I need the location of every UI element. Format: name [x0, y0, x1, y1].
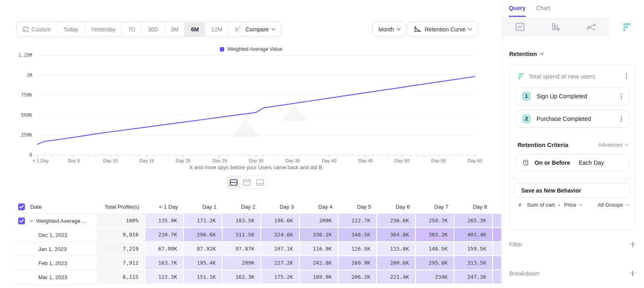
cell-day-value[interactable]: 126.5K [339, 242, 377, 256]
cell-day-value[interactable]: 242.8K [300, 256, 339, 270]
tab-retention[interactable] [609, 18, 644, 36]
measure-dropdown[interactable]: Sum of cart ▸ Price [527, 202, 598, 208]
cell-day-value[interactable]: 209K [300, 214, 339, 228]
cell-day-value[interactable]: 265.3K [454, 214, 493, 228]
cell-day-value[interactable]: 221.4K [377, 270, 416, 284]
cell-total-profiles[interactable]: 9,916 [97, 228, 145, 242]
table-header-day-3[interactable]: Day 3 [261, 200, 300, 214]
cell-day-value[interactable]: 383.2K [416, 228, 454, 242]
cell-day-value[interactable]: 348.5K [339, 228, 377, 242]
add-filter-button[interactable] [630, 242, 636, 247]
expand-row-chevron-icon[interactable] [30, 218, 33, 222]
cell-day-value[interactable]: 195.4K [184, 256, 223, 270]
table-header-day-7[interactable]: Day 7 [416, 200, 454, 214]
cell-day-value[interactable]: 260.9K [339, 256, 377, 270]
report-type-dropdown[interactable]: Retention [509, 50, 543, 57]
tab-flows[interactable] [574, 18, 609, 36]
cell-day-value[interactable]: 97.87K [223, 242, 261, 256]
cell-day-value[interactable]: 234K [416, 270, 454, 284]
cell-day-value[interactable]: 311.5K [223, 228, 261, 242]
cell-day-value[interactable]: 87.92K [184, 242, 223, 256]
table-row-date[interactable]: Jan 1, 2023 [12, 242, 97, 256]
table-header--1-day[interactable]: < 1 Day [145, 200, 184, 214]
split-view-button[interactable] [227, 176, 240, 189]
cell-day-value[interactable]: 280.6K [377, 256, 416, 270]
cell-day-value[interactable]: 295.8K [416, 256, 454, 270]
cell-day-value[interactable]: 227.2K [261, 256, 300, 270]
cell-day-value[interactable]: 296.6K [184, 228, 223, 242]
all-groups-dropdown[interactable]: All Groups [598, 202, 629, 208]
cell-total-profiles[interactable]: 100% [97, 214, 145, 228]
cell-day-value[interactable]: 67.99K [145, 242, 184, 256]
table-header-day-8[interactable]: Day 8 [454, 200, 493, 214]
cell-total-profiles[interactable]: 8,115 [97, 270, 145, 284]
cell-day9-sliver [493, 214, 501, 228]
behavior-step-2[interactable]: 2Purchase Completed [516, 110, 629, 128]
cell-day-value[interactable]: 324.6K [261, 228, 300, 242]
table-header-day-5[interactable]: Day 5 [339, 200, 377, 214]
cell-day-value[interactable]: 135.9K [145, 214, 184, 228]
cell-day-value[interactable]: 250.7K [416, 214, 454, 228]
cell-day-value[interactable]: 206.2K [339, 270, 377, 284]
cell-day-value[interactable]: 209K [223, 256, 261, 270]
cell-day-value[interactable]: 189.9K [300, 270, 339, 284]
cell-day-value[interactable]: 133.8K [377, 242, 416, 256]
retention-curve-chart[interactable]: 0250K500K750K1M1.25M< 1 DayDay 5Day 10Da… [0, 0, 502, 185]
cell-day-value[interactable]: 230.7K [145, 228, 184, 242]
table-header-day-6[interactable]: Day 6 [377, 200, 416, 214]
table-header-day-1[interactable]: Day 1 [184, 200, 223, 214]
table-header-total-profile-s-[interactable]: Total Profile(s) [97, 200, 145, 214]
cell-day-value[interactable]: 175.2K [261, 270, 300, 284]
cell-total-profiles[interactable]: 7,912 [97, 256, 145, 270]
cell-day-value[interactable]: 247.3K [454, 270, 493, 284]
cell-day-value[interactable]: 116.9K [300, 242, 339, 256]
chart-view-button[interactable] [240, 176, 254, 189]
cell-day-value[interactable]: 171.2K [184, 214, 223, 228]
table-row-date[interactable]: Feb 1, 2023 [12, 256, 97, 270]
kebab-menu-icon[interactable] [618, 92, 624, 100]
cell-day-value[interactable]: 401.4K [454, 228, 493, 242]
cell-day-value[interactable]: 183.5K [223, 214, 261, 228]
table-view-button[interactable] [254, 176, 267, 189]
add-breakdown-button[interactable] [630, 271, 636, 276]
table-header-day-2[interactable]: Day 2 [223, 200, 261, 214]
cell-day-value[interactable]: 364.8K [377, 228, 416, 242]
cell-day-value[interactable]: 313.5K [454, 256, 493, 270]
advanced-dropdown[interactable]: Advanced [598, 142, 628, 148]
y-axis-tick-label: 750K [21, 92, 32, 98]
row-checkbox[interactable] [18, 218, 25, 224]
behavior-name[interactable]: Total spend of new users [528, 73, 619, 80]
kebab-menu-icon[interactable] [618, 115, 624, 123]
table-header-day-4[interactable]: Day 4 [300, 200, 339, 214]
criteria-operator[interactable]: On or Before [535, 160, 570, 166]
cell-day-value[interactable]: 107.1K [261, 242, 300, 256]
criteria-value[interactable]: Each Day [579, 160, 604, 166]
cell-day-value[interactable]: 122.3K [145, 270, 184, 284]
cell-day-value[interactable]: 151.1K [184, 270, 223, 284]
tab-insights[interactable] [502, 18, 538, 36]
criteria-card[interactable]: On or Before Each Day [516, 154, 629, 171]
cell-day-value[interactable]: 162.3K [223, 270, 261, 284]
cell-total-profiles[interactable]: 7,219 [97, 242, 145, 256]
tab-chart[interactable]: Chart [536, 5, 550, 17]
save-as-new-behavior-button[interactable]: Save as New Behavior [514, 183, 630, 197]
caret-right-icon: ▸ [558, 203, 560, 207]
cell-day-value[interactable]: 222.7K [339, 214, 377, 228]
cell-day-value[interactable]: 159.5K [454, 242, 493, 256]
kebab-menu-icon[interactable] [623, 72, 630, 80]
cell-day-value[interactable]: 163.7K [145, 256, 184, 270]
behavior-step-1[interactable]: 1Sign Up Completed [516, 87, 629, 105]
cell-day-value[interactable]: 146.5K [416, 242, 454, 256]
tab-funnels[interactable] [538, 18, 573, 36]
x-axis-tick-label: Day 55 [431, 158, 446, 163]
cell-day-value[interactable]: 236.6K [377, 214, 416, 228]
advanced-label: Advanced [598, 142, 622, 148]
insights-icon [515, 23, 525, 31]
select-all-checkbox[interactable] [18, 203, 25, 210]
table-row-date[interactable]: Dec 1, 2022 [12, 228, 97, 242]
table-row-date[interactable]: Weighted Average ... [12, 214, 97, 228]
tab-query[interactable]: Query [509, 5, 526, 17]
table-row-date[interactable]: Mar 1, 2023 [12, 270, 97, 284]
cell-day-value[interactable]: 336.1K [300, 228, 339, 242]
cell-day-value[interactable]: 196.6K [261, 214, 300, 228]
